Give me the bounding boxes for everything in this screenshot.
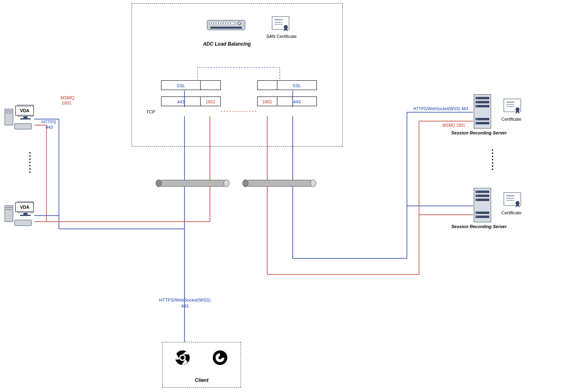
svg-point-29 [310, 180, 316, 187]
adc-title: ADC Load Balancing [201, 41, 253, 47]
svg-point-26 [224, 180, 229, 187]
port1801-right: 1801 [257, 96, 277, 106]
vda1-label: VDA [15, 106, 34, 115]
client-title: Client [163, 377, 241, 383]
svg-point-64 [180, 356, 184, 360]
ssl-right-empty [257, 80, 277, 90]
server1-title: Session Recording Server [451, 130, 507, 135]
san-cert-label: SAN Certificate [265, 34, 298, 39]
svg-rect-56 [23, 213, 27, 215]
svg-point-37 [223, 23, 224, 24]
san-certificate-icon [271, 16, 290, 32]
server2-icon [473, 187, 492, 223]
server1-icon [473, 94, 492, 129]
svg-rect-49 [23, 116, 27, 118]
svg-point-78 [477, 123, 478, 124]
tcp-label: TCP [146, 109, 155, 114]
vda-msmq-label: MSMQ [61, 95, 74, 100]
svg-point-94 [477, 216, 478, 218]
ssl-left: SSL [161, 80, 201, 90]
svg-point-32 [211, 23, 212, 24]
svg-point-40 [230, 23, 231, 24]
ssl-left-empty [201, 80, 221, 90]
svg-point-76 [477, 106, 478, 107]
vda2-label: VDA [15, 202, 34, 212]
svg-rect-27 [245, 180, 313, 187]
client-box: Client [162, 342, 241, 388]
server2-cert-label: Certificate [501, 210, 522, 215]
firefox-icon [212, 350, 228, 366]
chrome-icon [174, 350, 191, 366]
adc-appliance-icon [206, 18, 246, 33]
svg-point-39 [228, 23, 229, 24]
pipe-left [155, 178, 230, 190]
svg-rect-24 [159, 180, 226, 187]
pipe-right [242, 178, 317, 190]
adc-right-table: SSL 1801 443 [257, 80, 317, 106]
svg-point-77 [477, 119, 478, 120]
server1-cert-icon [503, 98, 522, 114]
svg-rect-58 [5, 205, 13, 222]
svg-rect-42 [210, 27, 242, 29]
svg-point-28 [243, 180, 248, 187]
port443-left: 443 [161, 96, 201, 106]
port443-right: 443 [277, 96, 317, 106]
svg-point-75 [477, 102, 478, 103]
vda-msmq-port: 1801 [62, 101, 71, 105]
svg-point-33 [213, 23, 214, 24]
svg-rect-57 [20, 215, 31, 216]
svg-point-90 [477, 191, 478, 193]
server-ellipsis: ······· [491, 147, 494, 170]
svg-point-67 [218, 356, 222, 359]
svg-point-93 [477, 212, 478, 214]
adc-box: SAN Certificate ADC Load Balancing SSL 4… [132, 3, 343, 147]
adc-left-table: SSL 443 1801 [161, 80, 221, 106]
svg-point-25 [156, 180, 161, 187]
svg-rect-61 [15, 220, 31, 226]
svg-point-91 [477, 195, 478, 197]
svg-rect-54 [15, 124, 31, 129]
svg-rect-51 [5, 109, 13, 125]
svg-point-38 [225, 23, 226, 24]
client-conn-label: HTTPS/WebSocket(WSS) [159, 298, 211, 302]
svg-point-36 [220, 23, 222, 24]
server1-cert-label: Certificate [501, 117, 522, 122]
client-conn-port: 443 [159, 304, 211, 308]
svg-point-35 [218, 23, 219, 24]
vda-https-port: 443 [46, 125, 53, 130]
server2-title: Session Recording Server [451, 224, 507, 229]
vda-ellipsis: ······· [28, 150, 31, 173]
vda-https-label: HTTPS [42, 119, 56, 124]
port1801-left: 1801 [201, 96, 221, 106]
svg-point-74 [477, 98, 478, 99]
server2-cert-icon [503, 192, 522, 208]
svg-rect-50 [20, 118, 31, 119]
svg-point-34 [216, 23, 217, 24]
ssl-right: SSL [277, 80, 317, 90]
server-msmq-label: MSMQ 1801 [442, 123, 465, 128]
svg-point-92 [477, 199, 478, 201]
server-https-label: HTTPS/WebSocket(WSS) 443 [413, 107, 468, 111]
